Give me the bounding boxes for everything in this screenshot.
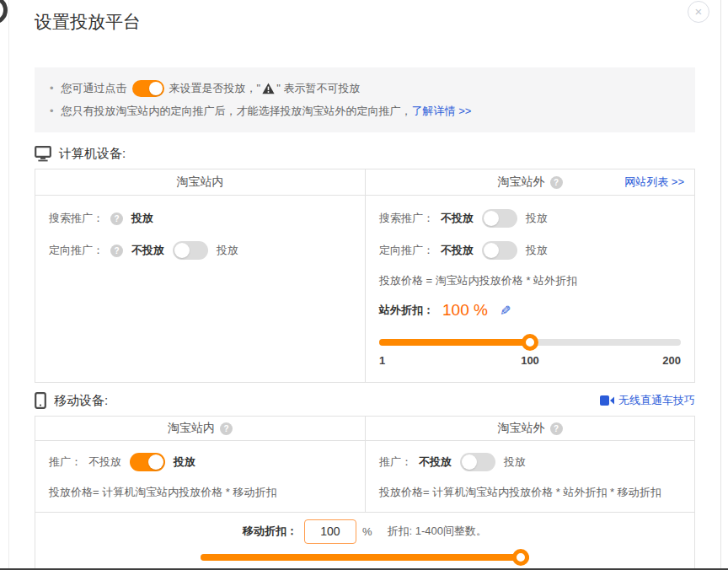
mobile-onsite-promo-toggle[interactable] bbox=[130, 453, 165, 471]
wireless-ztc-tips-link[interactable]: 无线直通车技巧 bbox=[600, 393, 695, 408]
mobile-offsite-price-formula: 投放价格= 计算机淘宝站内投放价格 * 站外折扣 * 移动折扣 bbox=[379, 485, 681, 500]
computer-offsite-search-row: 搜索推广： 不投放 投放 bbox=[379, 209, 681, 228]
mobile-discount-slider[interactable] bbox=[201, 549, 529, 566]
offsite-price-formula: 投放价格 = 淘宝站内投放价格 * 站外折扣 bbox=[379, 273, 681, 288]
computer-offsite-search-toggle[interactable] bbox=[482, 209, 517, 228]
computer-offsite-cell: 搜索推广： 不投放 投放 定向推广： 不投放 投放 投放价格 = 淘宝站内投放价… bbox=[365, 196, 694, 382]
computer-onsite-header-label: 淘宝站内 bbox=[177, 175, 224, 190]
computer-offsite-header-label: 淘宝站外 bbox=[498, 175, 545, 190]
computer-platform-table: 淘宝站内 淘宝站外 ? 网站列表 >> 搜索推广： ? 投放 bbox=[35, 169, 695, 383]
tip1-mid-text: 来设置是否投放，" bbox=[169, 78, 261, 99]
computer-onsite-target-toggle[interactable] bbox=[173, 241, 208, 260]
background-help-bubble bbox=[0, 0, 8, 24]
computer-section-header: 计算机设备: bbox=[35, 146, 695, 162]
monitor-icon bbox=[35, 146, 51, 162]
example-toggle[interactable] bbox=[132, 80, 164, 97]
bullet-icon: • bbox=[50, 101, 54, 121]
toggle-knob bbox=[174, 243, 190, 258]
toggle-knob bbox=[148, 454, 163, 470]
phone-icon bbox=[35, 392, 46, 409]
warning-icon bbox=[262, 83, 275, 94]
computer-onsite-header-cell: 淘宝站内 bbox=[35, 169, 365, 195]
mobile-table-header: 淘宝站内 ? 淘宝站外 ? bbox=[35, 417, 694, 441]
promo-on-label: 投放 bbox=[174, 454, 195, 470]
mobile-discount-label: 移动折扣： bbox=[243, 524, 297, 539]
help-icon[interactable]: ? bbox=[550, 422, 563, 435]
tip1-end-text: " 表示暂不可投放 bbox=[276, 78, 360, 99]
video-icon bbox=[600, 395, 614, 406]
offsite-discount-row: 站外折扣： 100 % ✎ bbox=[379, 298, 681, 322]
computer-onsite-target-row: 定向推广： ? 不投放 投放 bbox=[49, 241, 351, 260]
website-list-link[interactable]: 网站列表 >> bbox=[624, 175, 684, 190]
target-off-label: 不投放 bbox=[441, 243, 474, 258]
mobile-onsite-promo-row: 推广： 不投放 投放 bbox=[49, 453, 351, 471]
dialog-title: 设置投放平台 bbox=[35, 0, 695, 34]
mobile-discount-input-row: 移动折扣： % 折扣: 1-400间整数。 bbox=[35, 519, 694, 544]
offsite-discount-slider[interactable] bbox=[379, 334, 681, 351]
slider-handle[interactable] bbox=[512, 549, 529, 566]
search-promo-state: 投放 bbox=[131, 211, 153, 226]
help-icon[interactable]: ? bbox=[550, 176, 563, 189]
slider-max-label: 200 bbox=[662, 354, 681, 367]
promo-off-label: 不投放 bbox=[419, 454, 452, 470]
tip2-text: 您只有投放淘宝站内的定向推广后，才能选择投放淘宝站外的定向推广， bbox=[62, 101, 412, 121]
mobile-discount-panel: 移动折扣： % 折扣: 1-400间整数。 bbox=[35, 512, 694, 570]
percent-unit-label: % bbox=[362, 525, 372, 538]
computer-table-header: 淘宝站内 淘宝站外 ? 网站列表 >> bbox=[35, 169, 694, 196]
computer-offsite-target-toggle[interactable] bbox=[482, 241, 517, 260]
mobile-offsite-promo-row: 推广： 不投放 投放 bbox=[379, 453, 681, 471]
help-icon[interactable]: ? bbox=[220, 422, 233, 435]
target-on-label: 投放 bbox=[526, 243, 548, 258]
slider-min-label: 1 bbox=[379, 354, 385, 367]
mobile-offsite-header-cell: 淘宝站外 ? bbox=[365, 417, 694, 440]
help-icon[interactable]: ? bbox=[110, 212, 123, 225]
mobile-platform-table: 淘宝站内 ? 淘宝站外 ? 推广： 不投放 bbox=[35, 416, 695, 570]
target-promo-label: 定向推广： bbox=[379, 243, 434, 258]
tip-line-1: • 您可通过点击 来设置是否投放，" " 表示暂不可投放 bbox=[50, 78, 680, 99]
computer-onsite-search-row: 搜索推广： ? 投放 bbox=[49, 209, 351, 228]
mobile-discount-input[interactable] bbox=[304, 519, 356, 544]
promo-on-label: 投放 bbox=[504, 454, 526, 470]
computer-offsite-target-row: 定向推广： 不投放 投放 bbox=[379, 241, 681, 260]
mobile-onsite-header-label: 淘宝站内 bbox=[168, 421, 215, 436]
toggle-knob bbox=[149, 82, 163, 95]
promo-label: 推广： bbox=[49, 454, 82, 470]
learn-more-link[interactable]: 了解详情 >> bbox=[412, 101, 472, 121]
computer-table-body: 搜索推广： ? 投放 定向推广： ? 不投放 投放 bbox=[35, 196, 694, 382]
target-on-label: 投放 bbox=[217, 243, 238, 258]
bullet-icon: • bbox=[50, 78, 54, 99]
mobile-table-body: 推广： 不投放 投放 投放价格= 计算机淘宝站内投放价格 * 移动折扣 推广： … bbox=[35, 441, 694, 570]
target-off-label: 不投放 bbox=[131, 243, 164, 258]
mobile-offsite-header-label: 淘宝站外 bbox=[498, 421, 545, 436]
promo-off-label: 不投放 bbox=[88, 454, 121, 470]
toggle-knob bbox=[484, 211, 499, 226]
help-icon[interactable]: ? bbox=[110, 245, 123, 257]
search-promo-label: 搜索推广： bbox=[49, 211, 104, 226]
computer-offsite-header-cell: 淘宝站外 ? 网站列表 >> bbox=[365, 169, 694, 195]
mobile-offsite-cell: 推广： 不投放 投放 投放价格= 计算机淘宝站内投放价格 * 站外折扣 * 移动… bbox=[365, 441, 694, 512]
search-off-label: 不投放 bbox=[441, 211, 474, 226]
computer-onsite-cell: 搜索推广： ? 投放 定向推广： ? 不投放 投放 bbox=[35, 196, 365, 382]
toggle-knob bbox=[462, 454, 477, 470]
toggle-knob bbox=[484, 243, 499, 258]
offsite-slider-labels: 1 100 200 bbox=[379, 354, 681, 368]
offsite-discount-value: 100 % bbox=[442, 301, 488, 320]
slider-fill bbox=[201, 554, 529, 561]
mobile-onsite-header-cell: 淘宝站内 ? bbox=[35, 417, 365, 440]
mobile-onsite-price-formula: 投放价格= 计算机淘宝站内投放价格 * 移动折扣 bbox=[49, 485, 351, 500]
mobile-section-title: 移动设备: bbox=[54, 393, 108, 409]
slider-handle[interactable] bbox=[522, 334, 538, 351]
screen: × 设置投放平台 • 您可通过点击 来设置是否投放，" " 表示暂不可投放 • bbox=[0, 0, 728, 570]
promo-label: 推广： bbox=[379, 454, 412, 470]
mobile-discount-hint: 折扣: 1-400间整数。 bbox=[388, 524, 487, 539]
mobile-offsite-promo-toggle[interactable] bbox=[460, 453, 495, 471]
slider-fill bbox=[379, 339, 530, 346]
set-delivery-platform-dialog: × 设置投放平台 • 您可通过点击 来设置是否投放，" " 表示暂不可投放 • bbox=[8, 0, 721, 570]
mobile-onsite-cell: 推广： 不投放 投放 投放价格= 计算机淘宝站内投放价格 * 移动折扣 bbox=[35, 441, 365, 512]
mobile-discount-slider-wrap: 1 200 400 bbox=[201, 549, 529, 570]
edit-icon[interactable]: ✎ bbox=[500, 303, 511, 319]
target-promo-label: 定向推广： bbox=[49, 243, 104, 258]
slider-mid-label: 100 bbox=[521, 354, 539, 367]
mobile-section-header: 移动设备: 无线直通车技巧 bbox=[35, 392, 695, 409]
search-promo-label: 搜索推广： bbox=[379, 211, 434, 226]
